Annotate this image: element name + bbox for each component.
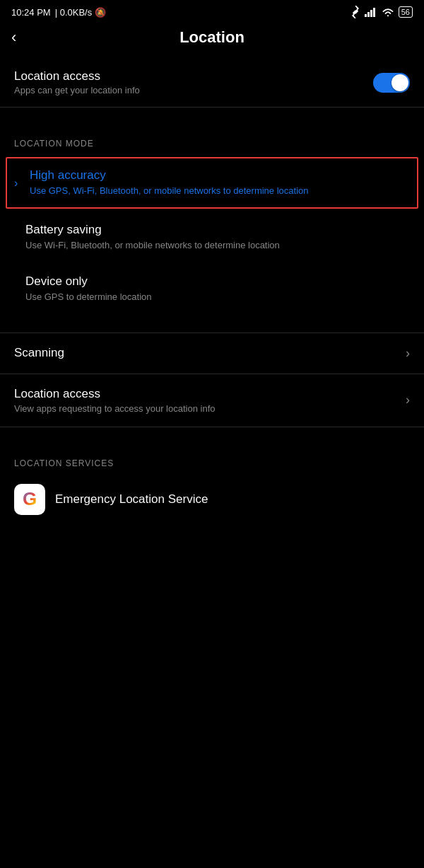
chevron-left-icon: › (14, 177, 18, 190)
location-mode-label: LOCATION MODE (0, 125, 424, 154)
high-accuracy-title: High accuracy (30, 168, 404, 183)
network-speed: | 0.0KB/s 🔕 (55, 7, 106, 18)
signal-icon (365, 7, 377, 17)
emergency-location-title: Emergency Location Service (55, 492, 208, 507)
mode-device-only[interactable]: Device only Use GPS to determine locatio… (0, 263, 424, 315)
device-only-subtitle: Use GPS to determine location (25, 291, 410, 303)
battery-saving-title: Battery saving (25, 223, 410, 237)
location-access-subtitle: Apps can get your location info (14, 85, 140, 96)
location-access-nav-text: Location access View apps requesting to … (14, 387, 215, 414)
svg-rect-0 (365, 14, 367, 17)
mode-battery-saving[interactable]: Battery saving Use Wi-Fi, Bluetooth, or … (0, 212, 424, 263)
back-button[interactable]: ‹ (11, 28, 16, 47)
location-services-label: LOCATION SERVICES (0, 444, 424, 474)
location-access-toggle[interactable] (373, 73, 410, 93)
location-access-nav-title: Location access (14, 387, 215, 401)
location-access-nav-item[interactable]: Location access View apps requesting to … (0, 374, 424, 427)
mode-high-accuracy[interactable]: › High accuracy Use GPS, Wi-Fi, Bluetoot… (6, 157, 418, 209)
bluetooth-icon (351, 6, 360, 18)
svg-rect-1 (367, 12, 370, 17)
scanning-nav-item[interactable]: Scanning › (0, 333, 424, 374)
google-icon: G (14, 484, 45, 515)
scanning-title: Scanning (14, 346, 64, 360)
svg-rect-2 (370, 10, 372, 17)
status-right: 56 (351, 6, 413, 18)
scanning-chevron-icon: › (406, 346, 410, 361)
battery-saving-subtitle: Use Wi-Fi, Bluetooth, or mobile networks… (25, 239, 410, 252)
top-bar: ‹ Location (0, 21, 424, 58)
location-access-text: Location access Apps can get your locati… (14, 69, 140, 96)
location-access-toggle-row[interactable]: Location access Apps can get your locati… (0, 58, 424, 107)
status-left: 10:24 PM | 0.0KB/s 🔕 (11, 7, 106, 18)
location-access-title: Location access (14, 69, 140, 83)
location-access-nav-subtitle: View apps requesting to access your loca… (14, 403, 215, 414)
wifi-icon (382, 7, 394, 17)
time: 10:24 PM (11, 7, 51, 18)
location-access-chevron-icon: › (406, 393, 410, 407)
device-only-title: Device only (25, 274, 410, 289)
scanning-text: Scanning (14, 346, 64, 360)
emergency-location-service-row[interactable]: G Emergency Location Service (0, 474, 424, 525)
high-accuracy-subtitle: Use GPS, Wi-Fi, Bluetooth, or mobile net… (30, 185, 404, 197)
status-bar: 10:24 PM | 0.0KB/s 🔕 56 (0, 0, 424, 21)
battery-indicator: 56 (399, 6, 413, 18)
toggle-knob (391, 74, 408, 91)
google-g-letter: G (23, 488, 37, 510)
svg-rect-3 (373, 8, 375, 17)
page-title: Location (179, 28, 245, 47)
